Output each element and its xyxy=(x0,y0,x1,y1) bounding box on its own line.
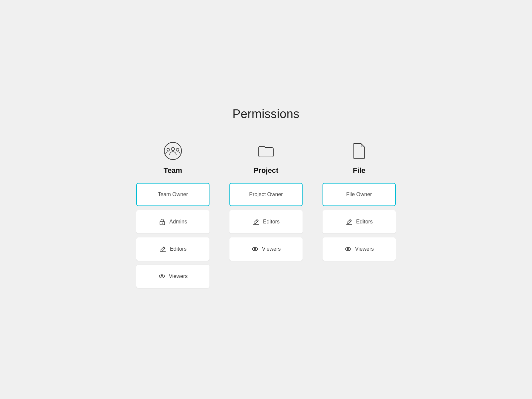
project-viewers-card[interactable]: Viewers xyxy=(229,237,303,261)
file-editors-card[interactable]: Editors xyxy=(323,210,396,233)
project-editors-card[interactable]: Editors xyxy=(229,210,303,233)
admins-card[interactable]: Admins xyxy=(136,210,209,233)
team-owner-label: Team Owner xyxy=(158,192,188,198)
file-owner-card[interactable]: File Owner xyxy=(323,183,396,206)
team-viewers-label: Viewers xyxy=(169,273,188,279)
svg-point-3 xyxy=(176,148,179,151)
team-viewers-card-content: Viewers xyxy=(158,273,188,280)
pen-icon xyxy=(252,218,260,225)
team-column-title: Team xyxy=(164,166,182,175)
file-viewers-card[interactable]: Viewers xyxy=(323,237,396,261)
project-editors-label: Editors xyxy=(263,219,280,225)
svg-point-10 xyxy=(252,247,258,251)
svg-point-13 xyxy=(345,247,351,251)
column-project: Project Project Owner Editors xyxy=(229,141,303,265)
pen-icon xyxy=(345,218,353,225)
svg-point-7 xyxy=(159,275,165,278)
team-icon xyxy=(163,141,183,162)
column-file: File File Owner Editors xyxy=(323,141,396,265)
admins-card-content: Admins xyxy=(159,218,187,225)
column-team: Team Team Owner Admins xyxy=(136,141,209,292)
svg-point-0 xyxy=(164,142,182,160)
project-owner-card[interactable]: Project Owner xyxy=(229,183,303,206)
eye-icon xyxy=(251,245,259,253)
lock-icon xyxy=(159,218,166,225)
file-owner-label: File Owner xyxy=(346,192,372,198)
team-editors-card-content: Editors xyxy=(159,245,187,253)
file-editors-label: Editors xyxy=(356,219,373,225)
project-column-title: Project xyxy=(254,166,279,175)
team-editors-label: Editors xyxy=(170,246,187,252)
folder-icon xyxy=(256,141,276,162)
team-viewers-card[interactable]: Viewers xyxy=(136,265,209,288)
project-viewers-label: Viewers xyxy=(262,246,281,252)
team-editors-card[interactable]: Editors xyxy=(136,237,209,261)
page-container: Permissions Team Team xyxy=(0,87,532,312)
admins-label: Admins xyxy=(169,219,187,225)
file-editors-card-content: Editors xyxy=(345,218,373,225)
file-column-title: File xyxy=(353,166,365,175)
project-viewers-card-content: Viewers xyxy=(251,245,281,253)
svg-point-11 xyxy=(254,248,256,250)
file-icon xyxy=(349,141,369,162)
svg-point-2 xyxy=(167,148,170,151)
project-owner-label: Project Owner xyxy=(249,192,283,198)
pen-icon xyxy=(159,245,167,253)
file-viewers-label: Viewers xyxy=(355,246,374,252)
team-owner-card[interactable]: Team Owner xyxy=(136,183,209,206)
eye-icon xyxy=(344,245,352,253)
page-title: Permissions xyxy=(232,107,300,121)
columns-wrapper: Team Team Owner Admins xyxy=(136,141,396,292)
file-viewers-card-content: Viewers xyxy=(344,245,374,253)
project-editors-card-content: Editors xyxy=(252,218,280,225)
svg-point-1 xyxy=(171,147,175,151)
eye-icon xyxy=(158,273,166,280)
svg-point-8 xyxy=(161,276,163,277)
svg-point-5 xyxy=(162,223,163,224)
svg-point-14 xyxy=(347,248,349,250)
